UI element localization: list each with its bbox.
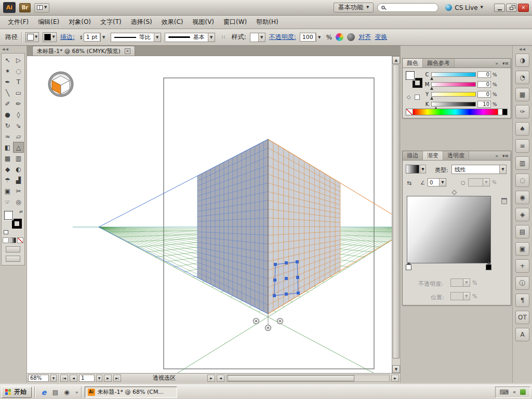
color-panel-icon[interactable]: ◑ [515, 54, 529, 67]
gradient-swatch-dropdown-icon[interactable]: ▼ [420, 165, 426, 174]
stroke-weight-spinner[interactable]: ▲▼ [78, 33, 84, 42]
eraser-tool[interactable]: ◊ [13, 109, 24, 120]
hand-tool[interactable]: ☞ [2, 196, 13, 207]
web-safe-swatch[interactable] [415, 95, 420, 100]
blob-brush-tool[interactable]: ● [2, 109, 13, 120]
scroll-up-button[interactable]: ▲ [392, 56, 400, 64]
blend-tool[interactable]: ◐ [13, 164, 24, 175]
artboard-number-field[interactable]: 1 [79, 375, 95, 382]
launch-bridge-button[interactable]: Br [19, 3, 31, 12]
chevron-down-icon[interactable]: ▼ [258, 33, 265, 42]
delete-stop-icon[interactable] [501, 198, 507, 204]
align-link[interactable]: 对齐 [358, 33, 371, 42]
menu-item-2[interactable]: 对象(O) [64, 16, 96, 29]
menu-item-5[interactable]: 效果(C) [157, 16, 188, 29]
tab-stroke[interactable]: 描边 [403, 151, 423, 160]
tray-expand-chevron[interactable]: « [513, 389, 516, 395]
right-dock-collapse-chevron[interactable]: ◀◀ [517, 46, 528, 52]
chevron-down-icon[interactable]: ▼ [316, 33, 323, 42]
lasso-tool[interactable]: ◌ [13, 65, 24, 76]
info-panel-icon[interactable]: ⓘ [515, 276, 529, 290]
rectangle-tool[interactable]: ▭ [13, 87, 24, 98]
eyedropper-tool[interactable]: ◆ [2, 164, 13, 175]
transparency-panel-icon[interactable]: ◌ [515, 174, 529, 187]
slider-track-C[interactable] [431, 72, 476, 77]
next-artboard-button[interactable]: ▶ [104, 375, 112, 382]
gradient-tool[interactable]: ▥ [13, 153, 24, 164]
chevron-down-icon[interactable]: ▼ [154, 33, 161, 42]
arrange-documents-button[interactable]: ▼ [34, 3, 49, 12]
color-guide-panel-icon[interactable]: ◔ [515, 71, 529, 84]
fill-color-dropdown[interactable]: ▼ [25, 32, 39, 42]
slider-value-Y[interactable]: 0 [477, 91, 491, 98]
artboard-tool[interactable]: ▣ [2, 185, 13, 196]
aspect-ratio-field[interactable]: ▼ [468, 178, 490, 187]
media-player-quicklaunch-icon[interactable]: ◉ [62, 387, 72, 397]
swatches-panel-icon[interactable]: ▦ [515, 88, 529, 101]
free-transform-tool[interactable]: ▱ [13, 131, 24, 142]
menu-item-4[interactable]: 选择(S) [126, 16, 157, 29]
scroll-down-button[interactable]: ▼ [392, 365, 400, 373]
swap-fill-stroke-icon[interactable]: ⇄ [19, 209, 23, 214]
previous-artboard-button[interactable]: ◀ [70, 375, 77, 382]
gradient-stop-white[interactable] [406, 264, 411, 270]
default-fill-stroke-icon[interactable] [4, 230, 8, 234]
brush-definition-dropdown[interactable]: 基本 ▼ [165, 33, 215, 42]
slice-tool[interactable]: ✂ [13, 185, 24, 196]
artboards-panel-icon[interactable]: ▣ [515, 242, 529, 256]
restore-button[interactable] [506, 4, 517, 12]
vertical-scrollbar[interactable]: ▲ ▼ [392, 56, 400, 373]
draw-mode-button[interactable] [6, 246, 20, 252]
spectrum-gradient[interactable] [413, 109, 498, 115]
zoom-field[interactable]: 68% [28, 375, 49, 382]
document-canvas[interactable] [27, 56, 392, 373]
slider-track-K[interactable] [431, 102, 476, 107]
panel-menu-icon[interactable]: ▾≡ [500, 151, 511, 160]
reverse-gradient-icon[interactable]: ⇆ [407, 180, 411, 187]
slider-value-M[interactable]: 0 [477, 81, 491, 88]
start-button[interactable]: 开始 [2, 387, 32, 398]
status-options-icon[interactable]: ▶ [207, 375, 215, 382]
slider-track-Y[interactable] [431, 92, 476, 97]
style-dropdown[interactable]: ▼ [250, 33, 265, 42]
cs-live-button[interactable]: CS Live ▼ [442, 3, 486, 12]
gradient-midpoint-handle[interactable] [452, 190, 457, 195]
appearance-options-icon[interactable]: ∷ [219, 33, 228, 42]
stroke-proxy-swatch[interactable] [12, 219, 22, 229]
document-tab[interactable]: 未标题-1* @ 68% (CMYK/预览) ✕ [32, 46, 135, 56]
panel-collapse-icon[interactable]: » [493, 151, 500, 160]
horizontal-scrollbar[interactable] [226, 375, 390, 382]
pencil-tool[interactable]: ✏ [13, 98, 24, 109]
stroke-color-dropdown[interactable]: ▼ [43, 32, 56, 42]
opacity-link[interactable]: 不透明度: [269, 33, 296, 42]
perspective-grid-tool[interactable]: △ [13, 142, 24, 153]
mesh-tool[interactable]: ▦ [2, 153, 13, 164]
artboard-dropdown-icon[interactable]: ▼ [96, 375, 102, 382]
show-desktop-icon[interactable]: ▤ [50, 387, 60, 397]
symbol-sprayer-tool[interactable]: ☂ [2, 175, 13, 185]
menu-item-8[interactable]: 帮助(H) [251, 16, 283, 29]
rotate-tool[interactable]: ↻ [2, 120, 13, 131]
workspace-switcher-button[interactable]: 基本功能 ▼ [334, 3, 374, 12]
color-mode-button[interactable] [3, 237, 9, 243]
slider-thumb-Y[interactable] [430, 97, 433, 100]
slider-value-C[interactable]: 0 [477, 71, 491, 78]
stroke-panel-icon[interactable]: ≡ [515, 139, 529, 153]
line-segment-tool[interactable]: ╲ [2, 87, 13, 98]
illustrator-app-icon[interactable]: Ai [3, 2, 16, 13]
perspective-grid-scene[interactable] [27, 56, 392, 373]
scroll-right-button[interactable]: ▶ [391, 375, 399, 382]
fill-stroke-indicator[interactable]: ⇄ [4, 210, 22, 234]
taskbar-task-button[interactable]: Ai 未标题-1* @ 68% (CM... [85, 387, 177, 398]
slider-track-M[interactable] [431, 82, 476, 87]
appearance-panel-icon[interactable]: ◉ [515, 191, 529, 204]
first-artboard-button[interactable]: |◀ [60, 375, 68, 382]
stroke-link[interactable]: 描边: [60, 33, 75, 42]
black-swatch[interactable] [502, 109, 507, 115]
scale-tool[interactable]: ⇘ [13, 120, 24, 131]
selection-tool[interactable]: ↖ [2, 55, 13, 65]
last-artboard-button[interactable]: ▶| [113, 375, 121, 382]
slider-thumb-C[interactable] [430, 77, 433, 80]
recolor-artwork-icon[interactable] [336, 33, 343, 41]
column-graph-tool[interactable]: ▟ [13, 175, 24, 185]
